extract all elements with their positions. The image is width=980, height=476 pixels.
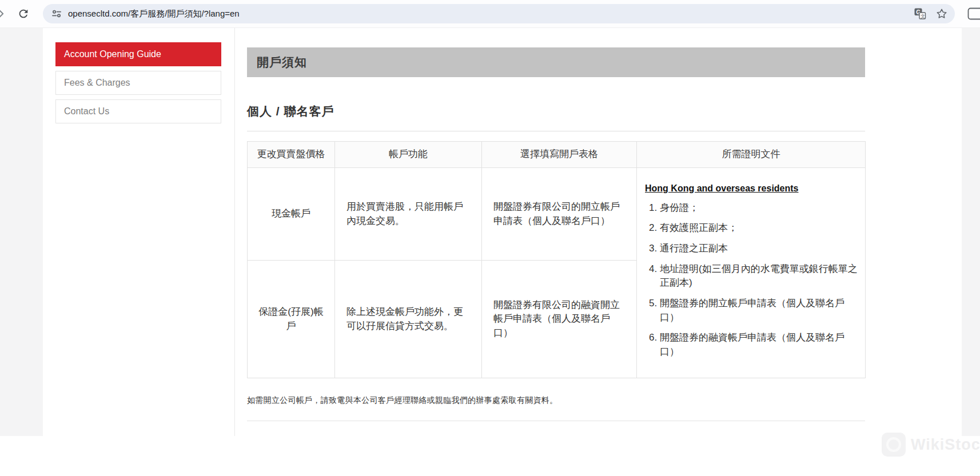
- section-divider: [247, 131, 865, 131]
- watermark-text: WikiStock: [911, 436, 980, 454]
- documents-list-item: 地址證明(如三個月內的水電費單或銀行帳單之正副本): [660, 262, 859, 290]
- sidebar-item-label: Account Opening Guide: [64, 49, 161, 59]
- documents-list-item: 有效護照正副本；: [660, 221, 859, 235]
- cell-account-function: 除上述現金帳戶功能外，更可以孖展信貸方式交易。: [335, 261, 482, 378]
- cell-application-form: 開盤證券有限公司的開立帳戶申請表（個人及聯名戶口）: [482, 168, 637, 261]
- side-panel-icon[interactable]: [967, 7, 980, 20]
- page-title: 開戶須知: [247, 47, 865, 77]
- section-title: 個人 / 聯名客戶: [247, 103, 865, 119]
- sidebar-item-fees-charges[interactable]: Fees & Charges: [55, 71, 221, 95]
- main-column: 開戶須知 個人 / 聯名客戶 更改買賣盤價格 帳戶功能 選擇填寫開戶表格 所需證…: [247, 28, 865, 421]
- forward-icon[interactable]: [0, 8, 6, 19]
- page-content: Account Opening Guide Fees & Charges Con…: [0, 28, 980, 476]
- cell-account-function: 用於買賣港股，只能用帳戶內現金交易。: [335, 168, 482, 261]
- reload-icon[interactable]: [17, 7, 30, 20]
- sidebar-item-account-opening-guide[interactable]: Account Opening Guide: [55, 42, 221, 66]
- sidebar-content-divider: [234, 28, 235, 436]
- table-header-row: 更改買賣盤價格 帳戶功能 選擇填寫開戶表格 所需證明文件: [248, 142, 866, 168]
- watermark: WikiStock: [882, 433, 980, 457]
- table-row-cash-account: 現金帳戶 用於買賣港股，只能用帳戶內現金交易。 開盤證券有限公司的開立帳戶申請表…: [248, 168, 866, 261]
- sidebar-item-contact-us[interactable]: Contact Us: [55, 99, 221, 123]
- translate-icon[interactable]: G 文: [914, 7, 926, 20]
- documents-list-item: 開盤證券的開立帳戶申請表（個人及聯名戶口）: [660, 297, 859, 325]
- corporate-account-note: 如需開立公司帳戶，請致電與本公司客戶經理聯絡或親臨我們的辦事處索取有關資料。: [247, 395, 865, 406]
- documents-heading: Hong Kong and overseas residents: [645, 182, 859, 195]
- sidebar-item-label: Contact Us: [64, 106, 109, 116]
- svg-text:文: 文: [921, 13, 926, 19]
- column-header-documents: 所需證明文件: [637, 142, 866, 168]
- cell-account-type: 保證金(孖展)帳戶: [248, 261, 335, 378]
- url-text[interactable]: opensecltd.com/客戶服務/開戶須知/?lang=en: [68, 9, 905, 19]
- account-types-table: 更改買賣盤價格 帳戶功能 選擇填寫開戶表格 所需證明文件 現金帳戶 用於買賣港股…: [247, 141, 866, 378]
- column-header-function: 帳戶功能: [335, 142, 482, 168]
- documents-list-item: 身份證；: [660, 201, 859, 215]
- cell-application-form: 開盤證券有限公司的融資開立帳戶申請表（個人及聯名戶口）: [482, 261, 637, 378]
- bookmark-star-icon[interactable]: [935, 7, 948, 20]
- cell-required-documents: Hong Kong and overseas residents 身份證； 有效…: [637, 168, 866, 378]
- wikistock-logo-icon: [882, 433, 906, 457]
- bottom-divider: [247, 421, 865, 421]
- sidebar: Account Opening Guide Fees & Charges Con…: [55, 42, 221, 128]
- documents-list: 身份證； 有效護照正副本； 通行證之正副本 地址證明(如三個月內的水電費單或銀行…: [645, 201, 859, 359]
- documents-list-item: 通行證之正副本: [660, 242, 859, 256]
- page-right-margin: [962, 28, 980, 436]
- url-bar[interactable]: opensecltd.com/客戶服務/開戶須知/?lang=en G 文: [43, 4, 955, 23]
- sidebar-item-label: Fees & Charges: [64, 78, 130, 87]
- cell-account-type: 現金帳戶: [248, 168, 335, 261]
- browser-toolbar: opensecltd.com/客戶服務/開戶須知/?lang=en G 文: [0, 0, 980, 28]
- column-header-form: 選擇填寫開戶表格: [482, 142, 637, 168]
- column-header-price: 更改買賣盤價格: [248, 142, 335, 168]
- documents-list-item: 開盤證券的融資帳戶申請表（個人及聯名戶口）: [660, 331, 859, 359]
- page-left-margin: [0, 28, 43, 436]
- site-info-icon[interactable]: [51, 8, 62, 19]
